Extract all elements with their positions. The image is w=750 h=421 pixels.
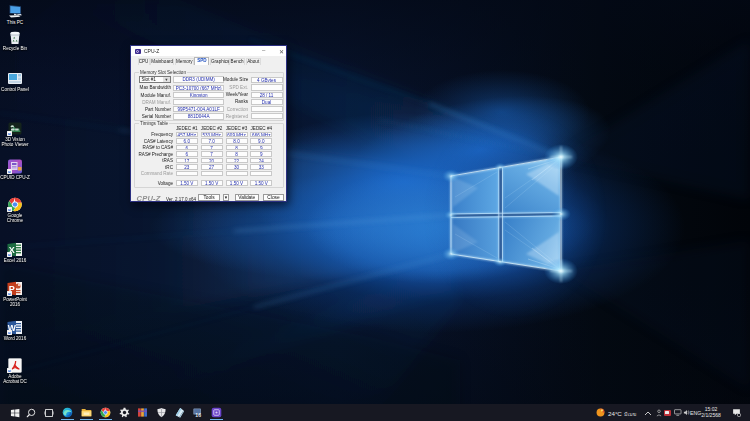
svg-text:16: 16 [195,412,201,418]
